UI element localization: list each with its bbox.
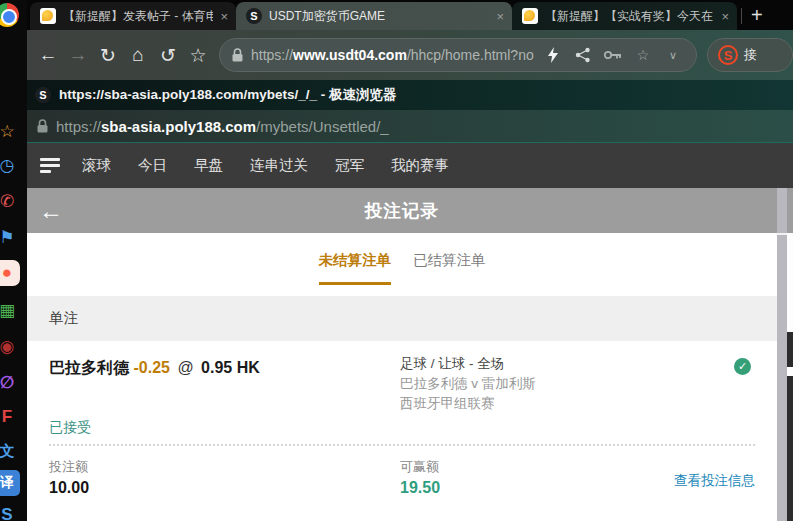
translate-icon[interactable]: 文 [0,438,20,464]
history-clock-icon[interactable]: ◷ [0,152,20,178]
phone-contact-icon[interactable]: ✆ [0,188,20,214]
f-app-icon[interactable]: F [0,404,20,430]
site-nav-bar: 滚球 今日 早盘 连串过关 冠军 我的赛事 [27,143,793,188]
popup-window-title: https://sba-asia.poly188.com/mybets/_/_ … [59,86,397,104]
star-bookmark-icon[interactable]: ☆ [0,118,20,144]
favorite-star-icon[interactable]: ☆ [632,47,654,63]
window-edge-dark [787,332,793,521]
undo-icon[interactable]: ↺ [153,44,183,67]
url-text: https://www.usdt04.com/hhcp/home.html?no… [251,47,534,63]
record-circle-icon[interactable]: ◉ [0,333,20,359]
bet-status-text: 已接受 [49,419,91,437]
stake-column: 投注额 10.00 [49,458,89,497]
tab-settled[interactable]: 已结算注单 [413,251,486,282]
win-label: 可赢额 [400,458,440,476]
nav-item-my-events[interactable]: 我的赛事 [391,156,449,175]
key-icon[interactable] [602,50,624,60]
app-dock: ☆ ◷ ✆ ⚑ ● ▦ ◉ ∅ F 文 译 S [0,0,27,521]
globe-favicon: S [246,8,262,24]
nav-item-outright[interactable]: 冠军 [335,156,364,175]
possible-win-column: 可赢额 19.50 [400,458,440,497]
scrollbar-track[interactable] [777,233,787,521]
tab-close-icon[interactable]: × [220,9,228,24]
tab-close-icon[interactable]: × [721,9,729,24]
popup-url-text: https://sba-asia.poly188.com/mybets/Unse… [56,118,389,135]
tab-close-icon[interactable]: × [496,9,504,24]
tab-divider [741,8,742,24]
tab-unsettled[interactable]: 未结算注单 [319,251,392,285]
bet-selection-line: 巴拉多利德 -0.25 @ 0.95 HK [49,358,260,379]
tab-title: USDT加密货币GAME [269,8,489,25]
page-title: 投注记录 [27,199,777,223]
bookmark-star-icon[interactable]: ☆ [183,44,213,67]
nav-item-parlay[interactable]: 连串过关 [250,156,308,175]
market-type: 足球 / 让球 - 全场 [400,354,536,374]
scrollbar-thumb[interactable] [777,235,787,521]
qr-grid-icon[interactable]: ▦ [0,297,20,323]
stake-value: 10.00 [49,479,89,497]
window-edge [787,233,793,332]
red-app-icon[interactable]: ● [0,260,20,286]
at-sign: @ [174,359,196,376]
nav-item-today[interactable]: 今日 [138,156,167,175]
lightning-icon[interactable] [542,47,564,63]
browser-toolbar: ← → ↻ ⌂ ↺ ☆ https://www.usdt04.com/hhcp/… [27,30,793,80]
menu-hamburger-icon[interactable] [40,155,60,176]
handicap-value: -0.25 [133,359,169,376]
forward-icon[interactable]: → [63,44,93,66]
home-icon[interactable]: ⌂ [123,44,153,66]
s-extension-icon: S [718,45,738,65]
forum-favicon [522,8,538,24]
window-edge-notch [787,367,793,376]
selection-name: 巴拉多利德 [49,359,129,376]
mute-bell-icon[interactable]: ∅ [0,369,20,395]
section-label-single-bet: 单注 [27,296,777,341]
accepted-check-icon: ✓ [734,358,751,375]
page-header: ← 投注记录 [27,188,793,233]
popup-title-bar: S https://sba-asia.poly188.com/mybets/_/… [27,80,793,110]
bet-footer: 投注额 10.00 可赢额 19.50 查看投注信息 [49,444,755,518]
back-icon[interactable]: ← [33,44,63,66]
browser-tab-2-active[interactable]: S USDT加密货币GAME × [236,2,512,30]
flag-pin-icon[interactable]: ⚑ [0,224,20,250]
s-extension-label: 接 [744,46,757,64]
browser-window: 【新提醒】发表帖子 - 体育电竞 × S USDT加密货币GAME × 【新提醒… [27,0,793,521]
share-icon[interactable] [572,47,594,63]
chevron-down-icon[interactable]: ∨ [662,49,684,62]
popup-globe-icon: S [35,87,51,103]
nav-item-inplay[interactable]: 滚球 [82,156,111,175]
browser-tab-3[interactable]: 【新提醒】【实战有奖】今天在 × [512,2,737,30]
new-tab-button[interactable]: + [751,4,763,27]
bets-content: 未结算注单 已结算注单 单注 巴拉多利德 -0.25 @ 0.95 HK 足球 … [27,233,777,521]
odds-value: 0.95 HK [201,359,260,376]
tab-title: 【新提醒】【实战有奖】今天在 [545,8,714,25]
bet-detail-column: 足球 / 让球 - 全场 巴拉多利德 v 雷加利斯 西班牙甲组联赛 [400,354,536,414]
s-app-icon[interactable]: S [0,502,20,521]
nav-item-early[interactable]: 早盘 [194,156,223,175]
lock-icon [37,119,48,133]
popup-address-bar[interactable]: https://sba-asia.poly188.com/mybets/Unse… [27,110,793,143]
win-value: 19.50 [400,479,440,497]
browser-tab-bar: 【新提醒】发表帖子 - 体育电竞 × S USDT加密货币GAME × 【新提醒… [27,0,793,30]
view-bet-info-link[interactable]: 查看投注信息 [674,472,755,490]
address-bar[interactable]: https://www.usdt04.com/hhcp/home.html?no… [219,38,697,72]
reload-icon[interactable]: ↻ [93,44,123,67]
translator-app-icon[interactable]: 译 [0,470,20,496]
stake-label: 投注额 [49,458,89,476]
chrome-icon[interactable] [0,2,20,28]
lock-icon [232,48,243,62]
league-name: 西班牙甲组联赛 [400,394,536,414]
scrollbar-thumb-header[interactable] [777,188,787,233]
extension-button[interactable]: S 接 [707,38,793,72]
match-name: 巴拉多利德 v 雷加利斯 [400,374,536,394]
bet-card: 巴拉多利德 -0.25 @ 0.95 HK 足球 / 让球 - 全场 巴拉多利德… [27,341,777,444]
browser-tab-1[interactable]: 【新提醒】发表帖子 - 体育电竞 × [30,2,236,30]
forum-favicon [40,8,56,24]
bet-status-tabs: 未结算注单 已结算注单 [27,233,777,296]
tab-title: 【新提醒】发表帖子 - 体育电竞 [63,8,213,25]
